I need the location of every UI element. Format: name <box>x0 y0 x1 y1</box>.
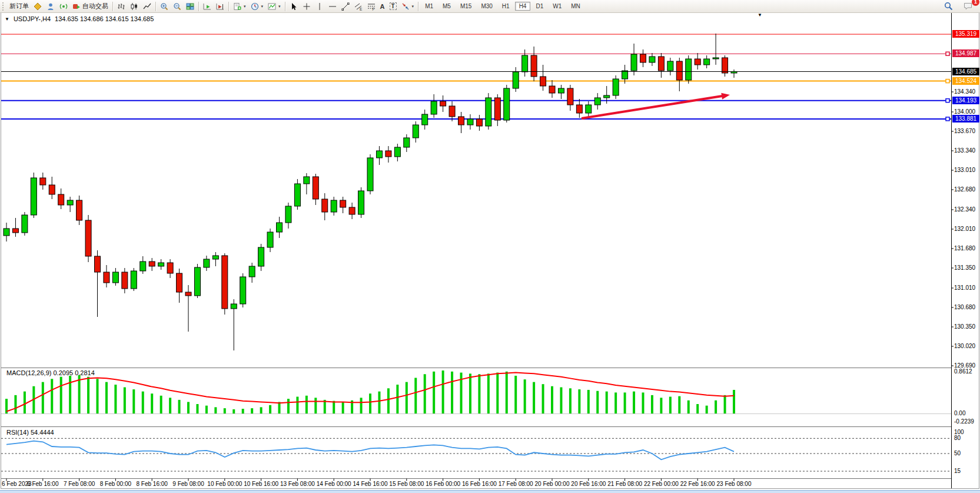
horizontal-line-button[interactable] <box>326 1 339 12</box>
chart-canvas[interactable] <box>0 0 980 493</box>
price-tick-label: 134.000 <box>954 108 980 115</box>
zoom-out-icon <box>173 2 181 11</box>
toolbar-grip[interactable] <box>2 2 5 11</box>
time-axis-label: 16 Feb 16:00 <box>462 481 497 487</box>
chart-ohlc-values: 134.635 134.686 134.615 134.685 <box>55 15 154 22</box>
chart-shift-marker-icon[interactable]: ▼ <box>758 12 762 18</box>
notification-badge: 1 <box>972 0 979 6</box>
price-tick-label: 133.670 <box>954 128 980 134</box>
time-axis-label: 6 Feb 16:00 <box>27 481 58 487</box>
indicators-button[interactable]: ▾ <box>265 1 283 12</box>
price-tick-label: 130.680 <box>954 304 980 310</box>
arrow-tools-button[interactable]: ▾ <box>399 1 417 12</box>
time-axis-label: 8 Feb 16:00 <box>137 481 168 487</box>
tile-windows-icon <box>186 2 194 11</box>
rsi-scale-label: 15 <box>954 468 980 474</box>
toolbar: 新订单 自动交易 ▾ ▾ <box>0 0 980 13</box>
autotrading-icon <box>72 2 81 11</box>
crosshair-button[interactable] <box>300 1 313 12</box>
chevron-down-icon: ▾ <box>244 4 246 9</box>
timeframe-h4-button[interactable]: H4 <box>515 2 531 11</box>
toolbar-separator <box>198 2 199 11</box>
new-chart-button[interactable]: ▾ <box>231 1 248 12</box>
autotrading-button[interactable]: 自动交易 <box>70 1 111 12</box>
time-axis-label: 20 Feb 00:00 <box>535 481 570 487</box>
timeframe-d1-button[interactable]: D1 <box>531 2 547 11</box>
toolbar-separator <box>418 2 418 11</box>
new-order-button[interactable]: 新订单 <box>7 1 31 12</box>
auto-scroll-button[interactable] <box>201 1 214 12</box>
trendline-button[interactable] <box>339 1 352 12</box>
price-tick-label: 130.020 <box>954 343 980 349</box>
time-axis-label: 10 Feb 00:00 <box>207 481 242 487</box>
search-button[interactable] <box>942 1 955 12</box>
bar-chart-icon <box>117 2 125 11</box>
text-label-icon: T <box>390 2 397 10</box>
line-chart-button[interactable] <box>141 1 154 12</box>
bar-chart-button[interactable] <box>115 1 128 12</box>
timeframe-m1-button[interactable]: M1 <box>421 2 437 11</box>
timeframe-group: M1M5M15M30H1H4D1W1MN <box>420 2 585 11</box>
auto-scroll-icon <box>203 2 211 11</box>
clock-button[interactable]: ▾ <box>248 1 266 12</box>
price-line-label: 135.319 <box>952 30 979 38</box>
fibonacci-button[interactable]: F <box>365 1 378 12</box>
candlestick-chart-button[interactable] <box>128 1 141 12</box>
arrows-icon <box>401 2 410 11</box>
price-line-label: 134.987 <box>952 49 979 57</box>
rsi-scale-label: 80 <box>954 435 980 441</box>
chart-symbol-period: USDJPY-,H4 <box>14 15 51 22</box>
fibonacci-letter: F <box>372 7 374 11</box>
timeframe-w1-button[interactable]: W1 <box>549 2 566 11</box>
time-axis-label: 14 Feb 16:00 <box>353 481 388 487</box>
tile-windows-button[interactable] <box>184 1 197 12</box>
profile-button[interactable] <box>31 1 44 12</box>
price-line-label: 134.193 <box>952 97 979 104</box>
new-order-label: 新订单 <box>9 2 29 11</box>
trader-person-icon <box>46 2 55 11</box>
indicators-icon <box>268 2 276 11</box>
zoom-out-button[interactable] <box>171 1 184 12</box>
price-tick-label: 131.350 <box>954 264 980 271</box>
text-button[interactable]: A <box>378 2 387 11</box>
macd-scale-label: -0.2239 <box>954 418 980 425</box>
text-label-button[interactable]: T <box>387 1 399 11</box>
timeframe-m15-button[interactable]: M15 <box>456 2 476 11</box>
timeframe-mn-button[interactable]: MN <box>567 2 584 11</box>
vertical-line-icon <box>315 2 324 11</box>
chart-shift-icon <box>216 2 224 11</box>
price-line-label: 134.524 <box>952 77 979 85</box>
trendline-icon <box>341 2 350 11</box>
toolbar-separator <box>155 2 156 11</box>
time-axis-label: 16 Feb 00:00 <box>426 481 460 487</box>
timeframe-m5-button[interactable]: M5 <box>438 2 455 11</box>
time-axis-label: 14 Feb 00:00 <box>317 481 351 487</box>
channel-icon: E <box>354 2 363 11</box>
notifications-button[interactable]: 1 <box>961 1 975 12</box>
price-tick-label: 133.010 <box>954 167 980 173</box>
timeframe-m30-button[interactable]: M30 <box>477 2 496 11</box>
channel-button[interactable]: E <box>352 1 365 12</box>
chart-shift-button[interactable] <box>214 1 227 12</box>
cursor-button[interactable] <box>287 1 300 12</box>
bottom-scrollbar[interactable] <box>0 490 980 493</box>
macd-scale-label: 0.8612 <box>954 368 980 375</box>
line-chart-icon <box>143 2 151 11</box>
chevron-down-icon: ▾ <box>278 4 281 9</box>
price-tick-label: 131.010 <box>954 284 980 291</box>
time-axis-label: 13 Feb 08:00 <box>280 481 315 487</box>
chevron-down-icon: ▾ <box>412 4 414 9</box>
timeframe-h1-button[interactable]: H1 <box>498 2 514 11</box>
vertical-line-button[interactable] <box>313 1 326 12</box>
trader-button[interactable] <box>44 1 57 12</box>
time-axis-label: 22 Feb 00:00 <box>644 481 679 487</box>
symbol-dropdown-icon[interactable]: ▼ <box>5 16 9 22</box>
time-axis-label: 8 Feb 00:00 <box>100 481 131 487</box>
signals-button[interactable] <box>57 1 70 12</box>
zoom-in-button[interactable] <box>158 1 171 12</box>
time-axis-label: 21 Feb 08:00 <box>607 481 642 487</box>
macd-indicator-label: MACD(12,26,9) 0.2095 0.2814 <box>6 369 95 376</box>
zoom-in-icon <box>160 2 168 11</box>
time-axis-label: 7 Feb 08:00 <box>64 481 95 487</box>
macd-scale-label: 0.00 <box>954 410 980 416</box>
